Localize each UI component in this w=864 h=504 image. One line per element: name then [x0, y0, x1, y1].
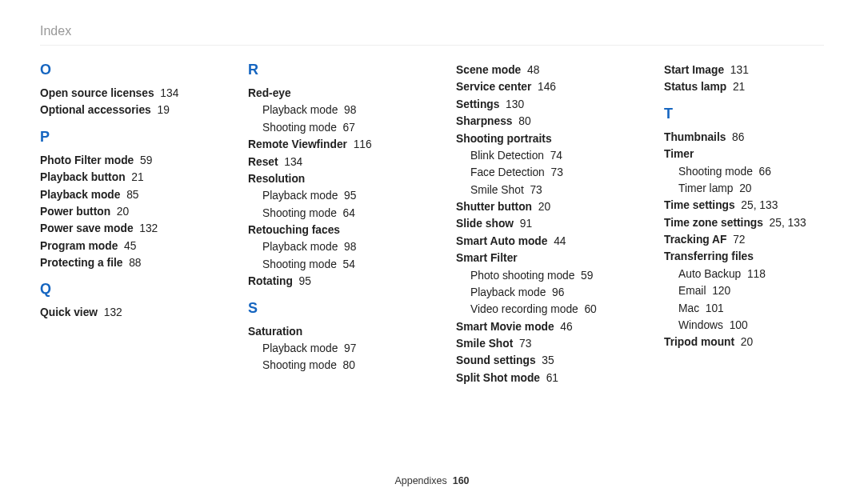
index-entry: Rotating 95 [248, 273, 408, 290]
index-entry: Smile Shot 73 [456, 335, 616, 352]
index-entry: Tripod mount 20 [664, 334, 824, 350]
index-subentry: Windows 100 [664, 317, 824, 334]
index-subentry: Shooting mode 80 [248, 357, 408, 374]
index-entry-head: Shooting portraits [456, 130, 616, 147]
index-entry: Scene mode 48 [456, 62, 616, 78]
index-subentry: Auto Backup 118 [664, 266, 824, 282]
index-entry: Time settings 25, 133 [664, 197, 824, 214]
index-page-ref: 19 [157, 104, 169, 116]
index-page-ref: 20 [538, 201, 550, 213]
index-entry: Photo Filter mode 59 [40, 152, 200, 169]
index-letter: O [40, 62, 200, 78]
index-subentry: Smile Shot 73 [456, 182, 616, 198]
index-entry-head: Transferring files [664, 248, 824, 265]
index-page-ref: 91 [520, 218, 532, 230]
index-page-ref: 35 [542, 354, 554, 366]
index-entry: Power save mode 132 [40, 220, 200, 237]
index-entry: Smart Movie mode 46 [456, 318, 616, 335]
index-page-ref: 130 [506, 98, 524, 110]
index-columns: OOpen source licenses 134Optional access… [40, 62, 824, 386]
index-letter: S [248, 300, 408, 317]
index-entry: Playback mode 85 [40, 186, 200, 203]
index-subentry: Shooting mode 67 [248, 119, 408, 136]
index-letter: R [248, 62, 408, 78]
index-page-ref: 46 [560, 321, 572, 333]
index-letter: Q [40, 281, 200, 298]
footer-page-number: 160 [453, 475, 470, 486]
index-entry: Program mode 45 [40, 238, 200, 254]
index-column: RRed-eyePlayback mode 98Shooting mode 67… [248, 62, 408, 386]
index-entry: Open source licenses 134 [40, 85, 200, 102]
index-entry: Thumbnails 86 [664, 129, 824, 146]
index-entry: Playback button 21 [40, 169, 200, 186]
index-entry: Time zone settings 25, 133 [664, 214, 824, 231]
index-entry-head: Resolution [248, 170, 408, 187]
index-page-ref: 134 [160, 87, 178, 99]
index-entry: Settings 130 [456, 96, 616, 113]
index-page-ref: 86 [732, 131, 744, 143]
index-entry: Service center 146 [456, 78, 616, 95]
index-page-ref: 20 [741, 336, 753, 348]
index-entry-head: Red-eye [248, 85, 408, 102]
index-entry-head: Retouching faces [248, 222, 408, 238]
index-page-ref: 72 [733, 234, 745, 246]
index-column: Scene mode 48Service center 146Settings … [456, 62, 616, 386]
index-entry: Power button 20 [40, 203, 200, 220]
index-column: Start Image 131Status lamp 21TThumbnails… [664, 62, 824, 386]
index-subentry: Blink Detection 74 [456, 147, 616, 164]
index-subentry: Face Detection 73 [456, 164, 616, 181]
index-page-ref: 48 [527, 64, 539, 76]
index-page-ref: 45 [124, 240, 136, 252]
index-page-ref: 59 [140, 154, 152, 166]
index-subentry: Playback mode 98 [248, 102, 408, 118]
index-entry: Optional accessories 19 [40, 102, 200, 118]
index-subentry: Playback mode 95 [248, 187, 408, 204]
index-entry-head: Timer [664, 146, 824, 162]
index-entry: Shutter button 20 [456, 198, 616, 215]
index-page-ref: 131 [730, 64, 749, 76]
index-entry: Sharpness 80 [456, 113, 616, 130]
index-subentry: Photo shooting mode 59 [456, 267, 616, 284]
index-subentry: Playback mode 97 [248, 340, 408, 357]
index-page-ref: 146 [538, 81, 556, 93]
index-page-ref: 21 [733, 81, 745, 93]
index-page-ref: 132 [139, 222, 158, 234]
index-page-ref: 61 [546, 372, 558, 384]
index-entry: Start Image 131 [664, 62, 824, 78]
index-subentry: Shooting mode 54 [248, 256, 408, 273]
page-title: Index [40, 24, 824, 46]
index-entry: Slide show 91 [456, 215, 616, 232]
index-subentry: Email 120 [664, 282, 824, 299]
index-letter: T [664, 106, 824, 122]
index-subentry: Playback mode 96 [456, 284, 616, 301]
index-page-ref: 73 [519, 338, 531, 350]
index-entry: Protecting a file 88 [40, 254, 200, 271]
index-entry: Status lamp 21 [664, 78, 824, 95]
index-page-ref: 80 [518, 115, 530, 127]
index-page-ref: 21 [131, 171, 143, 183]
index-entry: Remote Viewfinder 116 [248, 136, 408, 153]
index-page-ref: 25, 133 [741, 199, 778, 211]
index-entry-head: Saturation [248, 323, 408, 340]
index-letter: P [40, 129, 200, 146]
index-page-ref: 44 [554, 235, 566, 247]
index-entry: Sound settings 35 [456, 352, 616, 369]
index-page-ref: 85 [126, 189, 138, 201]
index-entry-head: Smart Filter [456, 250, 616, 266]
footer-label: Appendixes [394, 475, 446, 486]
index-page-ref: 134 [284, 156, 302, 168]
index-subentry: Video recording mode 60 [456, 301, 616, 318]
index-entry: Tracking AF 72 [664, 231, 824, 248]
index-entry: Split Shot mode 61 [456, 370, 616, 386]
page-footer: Appendixes 160 [0, 475, 864, 486]
index-entry: Smart Auto mode 44 [456, 233, 616, 250]
index-page-ref: 88 [129, 257, 141, 269]
index-entry: Quick view 132 [40, 304, 200, 321]
index-page-ref: 95 [299, 275, 311, 287]
index-page-ref: 132 [104, 306, 122, 318]
index-entry: Reset 134 [248, 154, 408, 170]
index-subentry: Shooting mode 66 [664, 163, 824, 180]
index-subentry: Mac 101 [664, 300, 824, 317]
index-subentry: Playback mode 98 [248, 238, 408, 255]
index-column: OOpen source licenses 134Optional access… [40, 62, 200, 386]
